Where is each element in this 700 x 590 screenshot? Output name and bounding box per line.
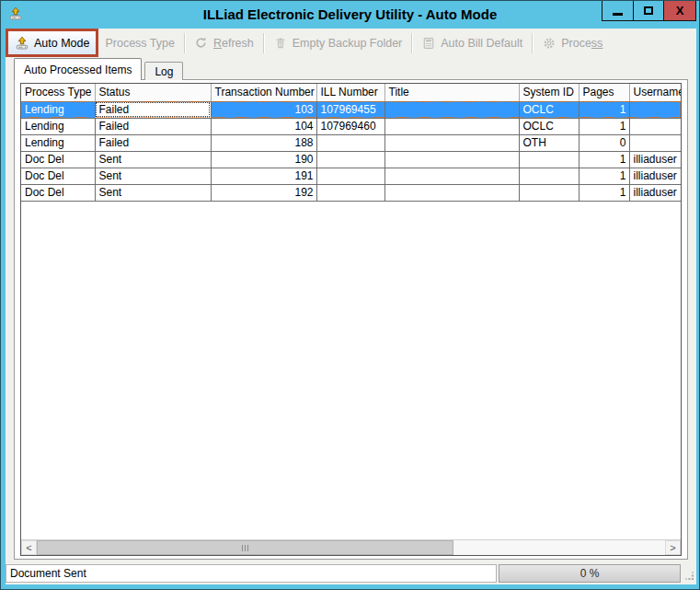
auto-bill-default-label: Auto Bill Default (441, 37, 522, 50)
table-cell[interactable]: 0 (579, 134, 629, 151)
table-cell[interactable] (316, 134, 384, 151)
table-cell[interactable]: Sent (95, 184, 211, 201)
table-cell[interactable] (519, 184, 579, 201)
table-cell[interactable]: Lending (21, 134, 95, 151)
empty-backup-folder-label: Empty Backup Folder (293, 37, 403, 50)
table-row[interactable]: Doc DelSent1911illiaduser (21, 168, 681, 184)
status-bar: Document Sent 0 % (6, 564, 696, 583)
auto-mode-label: Auto Mode (34, 37, 89, 50)
table-row[interactable]: Doc DelSent1901illiaduser (21, 151, 681, 168)
tab-auto-processed-items[interactable]: Auto Processed Items (14, 58, 142, 80)
refresh-label: Refresh (213, 37, 254, 50)
scroll-right-button[interactable]: > (665, 540, 681, 555)
column-header-username[interactable]: Username (629, 84, 681, 101)
table-cell[interactable]: 192 (211, 184, 316, 201)
gear-icon (542, 36, 557, 51)
table-cell[interactable]: 1 (579, 184, 629, 201)
progress-bar: 0 % (499, 564, 681, 583)
table-cell[interactable]: 188 (211, 134, 316, 151)
table-cell[interactable]: Failed (95, 118, 211, 134)
table-cell[interactable] (316, 151, 384, 168)
minimize-button[interactable] (602, 1, 633, 20)
table-cell[interactable] (384, 134, 519, 151)
refresh-button[interactable]: Refresh (188, 31, 260, 54)
column-header-process-type[interactable]: Process Type (21, 84, 95, 101)
table-cell[interactable]: Sent (95, 151, 211, 168)
header-row: Process Type Status Transaction Number I… (21, 84, 681, 101)
column-header-system-id[interactable]: System ID (519, 84, 579, 101)
auto-mode-button[interactable]: Auto Mode (8, 31, 96, 54)
table-cell[interactable]: OCLC (519, 118, 579, 134)
table-cell[interactable]: 190 (211, 151, 316, 168)
table-cell[interactable]: Doc Del (21, 168, 95, 184)
column-header-status[interactable]: Status (95, 84, 211, 101)
table-cell[interactable]: 107969460 (316, 118, 384, 134)
table-cell[interactable] (316, 184, 384, 201)
table-cell[interactable]: illiaduser (629, 168, 681, 184)
scroll-left-button[interactable]: < (21, 540, 37, 555)
table-cell[interactable]: Lending (21, 118, 95, 134)
table-cell[interactable] (384, 101, 519, 118)
table-row[interactable]: LendingFailed104107969460OCLC1 (21, 118, 681, 134)
table-row[interactable]: LendingFailed188OTH0 (21, 134, 681, 151)
table-cell[interactable] (629, 134, 681, 151)
scrollbar-thumb[interactable] (37, 540, 453, 555)
empty-backup-folder-button[interactable]: Empty Backup Folder (267, 31, 409, 54)
table-cell[interactable]: 107969455 (316, 101, 384, 118)
minimize-icon (613, 13, 623, 16)
table-cell[interactable] (384, 151, 519, 168)
table-cell[interactable]: OTH (519, 134, 579, 151)
resize-grip-icon (685, 572, 694, 581)
table-cell[interactable]: 103 (211, 101, 316, 118)
table-cell[interactable]: 1 (579, 118, 629, 134)
items-table: Process Type Status Transaction Number I… (21, 84, 682, 202)
process-type-button[interactable]: Process Type (98, 31, 181, 54)
table-row[interactable]: LendingFailed103107969455OCLC1 (21, 101, 681, 118)
horizontal-scrollbar[interactable]: < > (21, 539, 681, 555)
table-cell[interactable]: illiaduser (629, 151, 681, 168)
table-cell[interactable] (384, 168, 519, 184)
column-header-title[interactable]: Title (384, 84, 519, 101)
column-header-transaction-number[interactable]: Transaction Number (211, 84, 316, 101)
table-cell[interactable]: Failed (95, 101, 211, 118)
table-cell[interactable]: Failed (95, 134, 211, 151)
column-header-ill-number[interactable]: ILL Number (316, 84, 384, 101)
window-controls: X (602, 1, 696, 21)
table-cell[interactable] (519, 151, 579, 168)
table-cell[interactable]: illiaduser (629, 184, 681, 201)
close-button[interactable]: X (663, 1, 695, 20)
table-row[interactable]: Doc DelSent1921illiaduser (21, 184, 681, 201)
table-cell[interactable]: 1 (579, 168, 629, 184)
table-cell[interactable]: Lending (21, 101, 95, 118)
maximize-icon (644, 6, 653, 15)
app-icon[interactable] (8, 6, 23, 21)
table-cell[interactable]: Doc Del (21, 184, 95, 201)
table-cell[interactable] (519, 168, 579, 184)
table-cell[interactable]: OCLC (519, 101, 579, 118)
auto-bill-default-button[interactable]: Auto Bill Default (415, 31, 529, 54)
progress-value: 0 % (580, 567, 600, 580)
table-cell[interactable] (384, 184, 519, 201)
process-type-label: Process Type (105, 37, 175, 50)
table-cell[interactable]: Doc Del (21, 151, 95, 168)
table-cell[interactable]: 1 (579, 151, 629, 168)
resize-grip[interactable] (683, 564, 696, 583)
app-window: ILLiad Electronic Delivery Utility - Aut… (0, 0, 700, 590)
table-cell[interactable]: 191 (211, 168, 316, 184)
table-cell[interactable] (629, 101, 681, 118)
table-cell[interactable]: Sent (95, 168, 211, 184)
column-header-pages[interactable]: Pages (579, 84, 629, 101)
table-cell[interactable] (316, 168, 384, 184)
tab-log[interactable]: Log (144, 62, 183, 80)
auto-mode-annotation-box: Auto Mode (6, 29, 98, 57)
status-message: Document Sent (6, 564, 497, 583)
auto-mode-icon (15, 36, 29, 51)
process-button[interactable]: Process (535, 31, 609, 54)
table-cell[interactable] (629, 118, 681, 134)
maximize-button[interactable] (633, 1, 663, 20)
data-grid: Process Type Status Transaction Number I… (20, 83, 682, 556)
table-cell[interactable] (384, 118, 519, 134)
table-cell[interactable]: 1 (579, 101, 629, 118)
refresh-icon (194, 36, 209, 51)
table-cell[interactable]: 104 (211, 118, 316, 134)
